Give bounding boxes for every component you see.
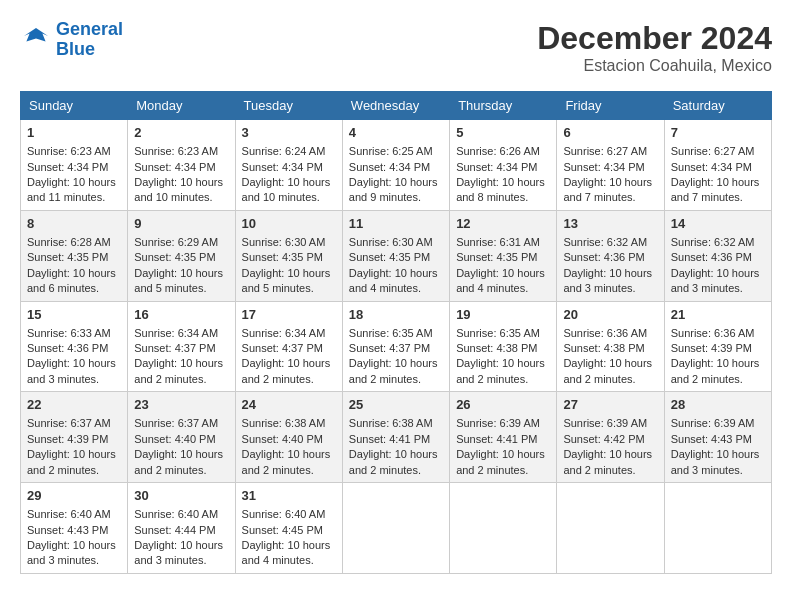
day-number: 23 (134, 396, 228, 414)
header-tuesday: Tuesday (235, 92, 342, 120)
daylight-label: Daylight: 10 hours and 9 minutes. (349, 176, 438, 203)
sunrise-label: Sunrise: 6:40 AM (27, 508, 111, 520)
sunset-label: Sunset: 4:34 PM (134, 161, 215, 173)
day-number: 4 (349, 124, 443, 142)
logo-line2: Blue (56, 39, 95, 59)
sunset-label: Sunset: 4:38 PM (563, 342, 644, 354)
day-number: 11 (349, 215, 443, 233)
sunset-label: Sunset: 4:34 PM (242, 161, 323, 173)
day-number: 27 (563, 396, 657, 414)
daylight-label: Daylight: 10 hours and 8 minutes. (456, 176, 545, 203)
day-number: 12 (456, 215, 550, 233)
table-row (342, 483, 449, 574)
day-number: 20 (563, 306, 657, 324)
table-row: 8Sunrise: 6:28 AMSunset: 4:35 PMDaylight… (21, 210, 128, 301)
sunset-label: Sunset: 4:44 PM (134, 524, 215, 536)
table-row: 23Sunrise: 6:37 AMSunset: 4:40 PMDayligh… (128, 392, 235, 483)
sunset-label: Sunset: 4:34 PM (349, 161, 430, 173)
day-number: 18 (349, 306, 443, 324)
sunset-label: Sunset: 4:35 PM (456, 251, 537, 263)
sunrise-label: Sunrise: 6:37 AM (134, 417, 218, 429)
calendar-table: Sunday Monday Tuesday Wednesday Thursday… (20, 91, 772, 574)
table-row: 13Sunrise: 6:32 AMSunset: 4:36 PMDayligh… (557, 210, 664, 301)
header-monday: Monday (128, 92, 235, 120)
daylight-label: Daylight: 10 hours and 7 minutes. (563, 176, 652, 203)
daylight-label: Daylight: 10 hours and 6 minutes. (27, 267, 116, 294)
daylight-label: Daylight: 10 hours and 10 minutes. (242, 176, 331, 203)
day-number: 13 (563, 215, 657, 233)
daylight-label: Daylight: 10 hours and 7 minutes. (671, 176, 760, 203)
sunset-label: Sunset: 4:35 PM (349, 251, 430, 263)
sunrise-label: Sunrise: 6:38 AM (242, 417, 326, 429)
table-row: 26Sunrise: 6:39 AMSunset: 4:41 PMDayligh… (450, 392, 557, 483)
table-row: 10Sunrise: 6:30 AMSunset: 4:35 PMDayligh… (235, 210, 342, 301)
sunrise-label: Sunrise: 6:40 AM (134, 508, 218, 520)
daylight-label: Daylight: 10 hours and 2 minutes. (563, 357, 652, 384)
daylight-label: Daylight: 10 hours and 3 minutes. (27, 357, 116, 384)
sunrise-label: Sunrise: 6:27 AM (563, 145, 647, 157)
sunrise-label: Sunrise: 6:35 AM (349, 327, 433, 339)
sunrise-label: Sunrise: 6:36 AM (671, 327, 755, 339)
sunrise-label: Sunrise: 6:33 AM (27, 327, 111, 339)
calendar-week-row: 1Sunrise: 6:23 AMSunset: 4:34 PMDaylight… (21, 120, 772, 211)
sunrise-label: Sunrise: 6:24 AM (242, 145, 326, 157)
table-row: 20Sunrise: 6:36 AMSunset: 4:38 PMDayligh… (557, 301, 664, 392)
table-row: 21Sunrise: 6:36 AMSunset: 4:39 PMDayligh… (664, 301, 771, 392)
calendar-week-row: 22Sunrise: 6:37 AMSunset: 4:39 PMDayligh… (21, 392, 772, 483)
daylight-label: Daylight: 10 hours and 3 minutes. (671, 267, 760, 294)
svg-marker-0 (24, 28, 48, 42)
daylight-label: Daylight: 10 hours and 11 minutes. (27, 176, 116, 203)
location-title: Estacion Coahuila, Mexico (537, 57, 772, 75)
sunrise-label: Sunrise: 6:37 AM (27, 417, 111, 429)
day-number: 29 (27, 487, 121, 505)
sunset-label: Sunset: 4:36 PM (563, 251, 644, 263)
sunrise-label: Sunrise: 6:23 AM (134, 145, 218, 157)
day-number: 19 (456, 306, 550, 324)
sunset-label: Sunset: 4:34 PM (563, 161, 644, 173)
day-number: 2 (134, 124, 228, 142)
sunrise-label: Sunrise: 6:27 AM (671, 145, 755, 157)
daylight-label: Daylight: 10 hours and 2 minutes. (242, 357, 331, 384)
calendar-week-row: 29Sunrise: 6:40 AMSunset: 4:43 PMDayligh… (21, 483, 772, 574)
header-friday: Friday (557, 92, 664, 120)
sunset-label: Sunset: 4:37 PM (349, 342, 430, 354)
sunset-label: Sunset: 4:34 PM (671, 161, 752, 173)
sunrise-label: Sunrise: 6:28 AM (27, 236, 111, 248)
daylight-label: Daylight: 10 hours and 2 minutes. (563, 448, 652, 475)
daylight-label: Daylight: 10 hours and 2 minutes. (456, 448, 545, 475)
sunrise-label: Sunrise: 6:25 AM (349, 145, 433, 157)
header-sunday: Sunday (21, 92, 128, 120)
page-header: General Blue December 2024 Estacion Coah… (20, 20, 772, 75)
sunset-label: Sunset: 4:40 PM (242, 433, 323, 445)
day-number: 24 (242, 396, 336, 414)
sunset-label: Sunset: 4:34 PM (456, 161, 537, 173)
table-row: 22Sunrise: 6:37 AMSunset: 4:39 PMDayligh… (21, 392, 128, 483)
sunrise-label: Sunrise: 6:36 AM (563, 327, 647, 339)
table-row: 7Sunrise: 6:27 AMSunset: 4:34 PMDaylight… (664, 120, 771, 211)
daylight-label: Daylight: 10 hours and 2 minutes. (671, 357, 760, 384)
day-number: 8 (27, 215, 121, 233)
daylight-label: Daylight: 10 hours and 2 minutes. (456, 357, 545, 384)
table-row: 12Sunrise: 6:31 AMSunset: 4:35 PMDayligh… (450, 210, 557, 301)
sunrise-label: Sunrise: 6:31 AM (456, 236, 540, 248)
sunset-label: Sunset: 4:35 PM (134, 251, 215, 263)
table-row: 3Sunrise: 6:24 AMSunset: 4:34 PMDaylight… (235, 120, 342, 211)
day-number: 22 (27, 396, 121, 414)
sunset-label: Sunset: 4:39 PM (671, 342, 752, 354)
table-row: 11Sunrise: 6:30 AMSunset: 4:35 PMDayligh… (342, 210, 449, 301)
sunset-label: Sunset: 4:35 PM (242, 251, 323, 263)
table-row: 19Sunrise: 6:35 AMSunset: 4:38 PMDayligh… (450, 301, 557, 392)
table-row: 31Sunrise: 6:40 AMSunset: 4:45 PMDayligh… (235, 483, 342, 574)
daylight-label: Daylight: 10 hours and 2 minutes. (349, 448, 438, 475)
sunrise-label: Sunrise: 6:32 AM (671, 236, 755, 248)
sunset-label: Sunset: 4:37 PM (134, 342, 215, 354)
day-number: 16 (134, 306, 228, 324)
daylight-label: Daylight: 10 hours and 2 minutes. (27, 448, 116, 475)
day-number: 26 (456, 396, 550, 414)
table-row: 25Sunrise: 6:38 AMSunset: 4:41 PMDayligh… (342, 392, 449, 483)
month-title: December 2024 (537, 20, 772, 57)
day-number: 3 (242, 124, 336, 142)
sunrise-label: Sunrise: 6:30 AM (349, 236, 433, 248)
sunset-label: Sunset: 4:36 PM (671, 251, 752, 263)
sunrise-label: Sunrise: 6:34 AM (242, 327, 326, 339)
